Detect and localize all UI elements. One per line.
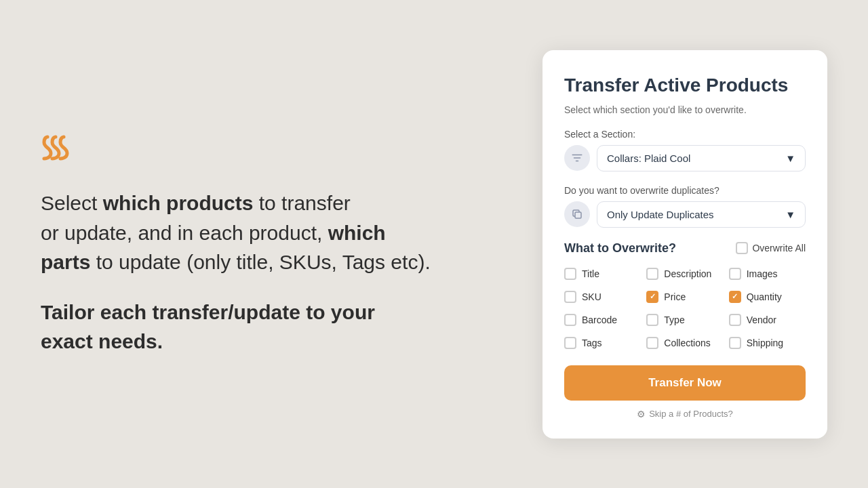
filter-icon-container <box>564 145 590 171</box>
checkbox-shipping[interactable]: Shipping <box>729 337 806 349</box>
checkbox-images[interactable]: Images <box>729 268 806 280</box>
filter-icon <box>571 152 583 164</box>
overwrite-all-checkbox[interactable] <box>736 242 748 254</box>
checkbox-title[interactable]: Title <box>564 268 641 280</box>
card-title: Transfer Active Products <box>564 75 806 96</box>
checkbox-grid: Title Description Images SKU Price Quant… <box>564 268 806 349</box>
chevron-down-icon: ▼ <box>785 152 795 164</box>
checkbox-shipping-box[interactable] <box>729 337 741 349</box>
checkbox-quantity-label: Quantity <box>747 291 782 302</box>
checkbox-tags-label: Tags <box>582 338 602 348</box>
checkbox-barcode-label: Barcode <box>582 314 617 325</box>
overwrite-all-text: Overwrite All <box>752 243 806 253</box>
main-description: Select which products to transfer or upd… <box>41 188 448 277</box>
checkbox-barcode[interactable]: Barcode <box>564 314 641 326</box>
checkbox-vendor-box[interactable] <box>729 314 741 326</box>
skip-link-text: Skip a # of Products? <box>649 409 733 419</box>
checkbox-description-box[interactable] <box>646 268 658 280</box>
checkbox-price[interactable]: Price <box>646 291 723 303</box>
left-panel: Select which products to transfer or upd… <box>41 131 475 357</box>
logo <box>41 131 448 168</box>
checkbox-tags[interactable]: Tags <box>564 337 641 349</box>
checkbox-tags-box[interactable] <box>564 337 576 349</box>
checkbox-price-box[interactable] <box>646 291 658 303</box>
checkbox-shipping-label: Shipping <box>747 338 784 348</box>
checkbox-collections[interactable]: Collections <box>646 337 723 349</box>
section-dropdown[interactable]: Collars: Plaid Cool ▼ <box>597 145 806 171</box>
duplicates-dropdown-value: Only Update Duplicates <box>607 209 714 220</box>
checkbox-vendor[interactable]: Vendor <box>729 314 806 326</box>
checkbox-quantity-box[interactable] <box>729 291 741 303</box>
overwrite-all-label[interactable]: Overwrite All <box>736 242 806 254</box>
checkbox-barcode-box[interactable] <box>564 314 576 326</box>
checkbox-type[interactable]: Type <box>646 314 723 326</box>
duplicates-dropdown[interactable]: Only Update Duplicates ▼ <box>597 201 806 228</box>
overwrite-title: What to Overwrite? <box>564 241 676 256</box>
copy-icon-container <box>564 201 590 227</box>
checkbox-sku[interactable]: SKU <box>564 291 641 303</box>
checkbox-images-label: Images <box>747 268 778 279</box>
section-dropdown-value: Collars: Plaid Cool <box>607 152 690 164</box>
checkbox-vendor-label: Vendor <box>747 314 776 325</box>
section-select-label: Select a Section: <box>564 129 806 140</box>
chevron-down-icon-2: ▼ <box>785 209 795 220</box>
copy-icon <box>571 208 583 220</box>
checkbox-collections-box[interactable] <box>646 337 658 349</box>
duplicates-label: Do you want to overwrite duplicates? <box>564 185 806 196</box>
skip-icon: ⚙ <box>637 409 646 420</box>
checkbox-quantity[interactable]: Quantity <box>729 291 806 303</box>
checkbox-price-label: Price <box>664 291 686 302</box>
checkbox-type-box[interactable] <box>646 314 658 326</box>
duplicates-select-row: Only Update Duplicates ▼ <box>564 201 806 228</box>
transfer-card: Transfer Active Products Select which se… <box>542 50 827 439</box>
section-select-row: Collars: Plaid Cool ▼ <box>564 145 806 171</box>
transfer-now-button[interactable]: Transfer Now <box>564 365 806 401</box>
card-subtitle: Select which section you'd like to overw… <box>564 104 806 115</box>
checkbox-sku-label: SKU <box>582 291 601 302</box>
checkbox-sku-box[interactable] <box>564 291 576 303</box>
checkbox-description-label: Description <box>664 268 711 279</box>
checkbox-collections-label: Collections <box>664 338 710 348</box>
checkbox-type-label: Type <box>664 314 684 325</box>
checkbox-title-box[interactable] <box>564 268 576 280</box>
skip-link[interactable]: ⚙ Skip a # of Products? <box>564 409 806 420</box>
checkbox-description[interactable]: Description <box>646 268 723 280</box>
checkbox-images-box[interactable] <box>729 268 741 280</box>
svg-rect-0 <box>575 212 581 218</box>
overwrite-header: What to Overwrite? Overwrite All <box>564 241 806 256</box>
tagline: Tailor each transfer/update to yourexact… <box>41 298 448 357</box>
checkbox-title-label: Title <box>582 268 599 279</box>
